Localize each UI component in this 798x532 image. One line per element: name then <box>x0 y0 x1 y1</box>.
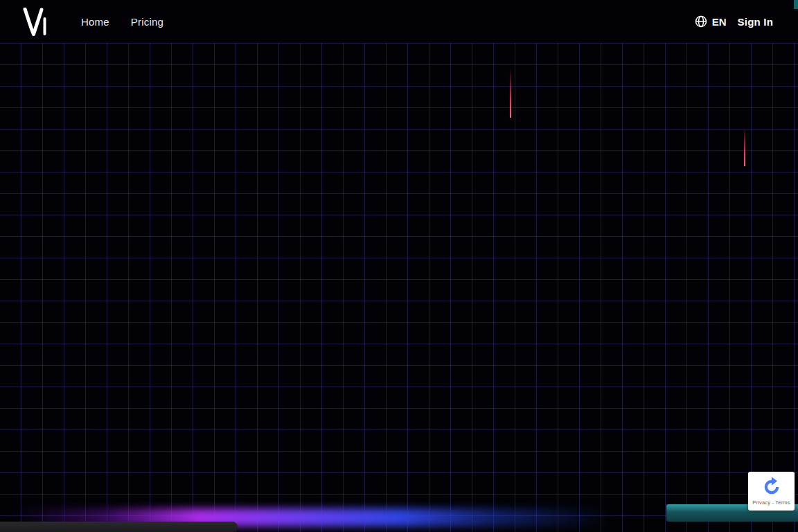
bottom-progress-bar <box>0 522 238 532</box>
grid-beam-accent <box>510 69 511 118</box>
sign-in-button[interactable]: Sign In <box>738 16 773 28</box>
grid-background <box>0 43 798 532</box>
nav-item-home[interactable]: Home <box>81 16 109 28</box>
brand-logo-icon <box>23 8 48 36</box>
recaptcha-badge[interactable]: Privacy - Terms <box>748 472 795 511</box>
recaptcha-privacy-terms-links[interactable]: Privacy - Terms <box>752 499 790 506</box>
language-selector[interactable]: EN <box>694 15 727 28</box>
corner-accent <box>794 0 798 9</box>
recaptcha-swirl-icon <box>761 477 782 497</box>
nav-item-pricing[interactable]: Pricing <box>131 16 163 28</box>
brand-logo[interactable] <box>23 8 48 36</box>
header-actions: EN Sign In <box>694 15 773 28</box>
globe-icon <box>694 15 708 28</box>
grid-beam-accent <box>744 128 745 166</box>
main-nav: Home Pricing <box>81 16 163 28</box>
top-navigation: Home Pricing EN Sign In <box>0 0 798 43</box>
language-code: EN <box>712 16 727 28</box>
